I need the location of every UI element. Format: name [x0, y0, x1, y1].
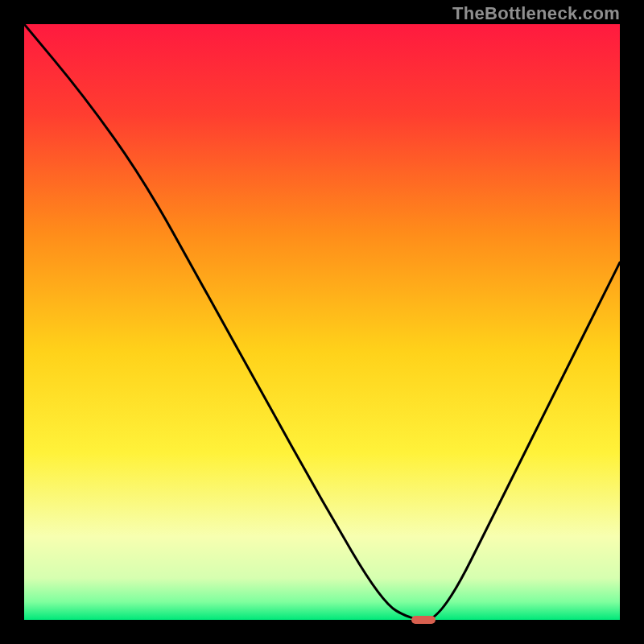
bottleneck-curve — [24, 24, 620, 620]
watermark-text: TheBottleneck.com — [452, 3, 620, 24]
chart-outer-frame: TheBottleneck.com — [0, 0, 644, 644]
optimal-marker — [411, 616, 436, 624]
plot-area — [24, 24, 620, 620]
